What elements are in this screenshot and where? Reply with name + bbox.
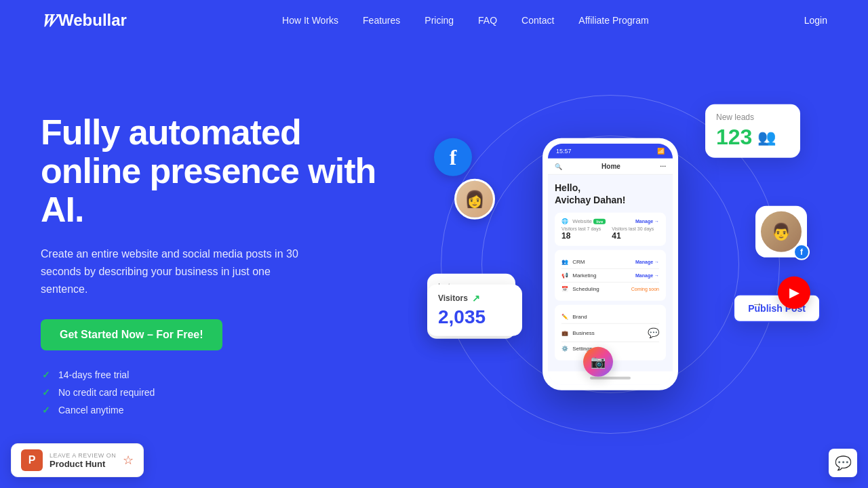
home-indicator xyxy=(590,377,631,380)
login-link[interactable]: Login xyxy=(804,15,827,26)
hero-content: Fully automated online presence with AI.… xyxy=(41,113,393,415)
ph-star-icon[interactable]: ☆ xyxy=(123,453,134,468)
product-hunt-badge[interactable]: P LEAVE A REVIEW ON Product Hunt ☆ xyxy=(11,443,144,477)
new-leads-title: New leads xyxy=(716,113,789,122)
check-icon-3: ✓ xyxy=(41,405,52,415)
status-bar: 15:57 📶 xyxy=(548,144,673,159)
brand-settings-row: ✏️ Brand 💼 Business 💬 xyxy=(555,305,666,361)
visitors-card-title: Visitors ↗ xyxy=(438,293,511,304)
nav-links: How It Works Features Pricing FAQ Contac… xyxy=(282,14,649,26)
phone-nav-bar: 🔍 Home ⋯ xyxy=(548,159,673,175)
hero-section: Fully automated online presence with AI.… xyxy=(0,41,868,488)
crm-row: 👥 CRM Manage → 📢 Marketing Mana xyxy=(555,250,666,301)
product-hunt-text: LEAVE A REVIEW ON Product Hunt xyxy=(50,452,116,469)
nav-affiliate[interactable]: Affiliate Program xyxy=(578,15,648,26)
logo-text: Webullar xyxy=(58,11,127,30)
user-avatar: 👩 xyxy=(454,179,495,220)
ph-product-hunt: Product Hunt xyxy=(50,459,116,469)
feature-checks: ✓ 14-days free trial ✓ No credit card re… xyxy=(41,369,393,415)
check-icon-1: ✓ xyxy=(41,369,52,380)
nav-pricing[interactable]: Pricing xyxy=(425,15,454,26)
logo[interactable]: 𝑊 Webullar xyxy=(41,10,127,31)
chat-button[interactable]: 💬 xyxy=(829,449,857,477)
phone-body: 15:57 📶 🔍 Home ⋯ Hello, Avichay Dahan! xyxy=(542,138,678,390)
product-hunt-logo: P xyxy=(21,449,43,471)
youtube-icon: ▶ xyxy=(789,285,799,300)
phone-screen: 15:57 📶 🔍 Home ⋯ Hello, Avichay Dahan! xyxy=(548,144,673,385)
phone-mockup: f 👩 Instagram 👩 Visitors ↗ 2,035 xyxy=(542,138,678,390)
visitors-card: Visitors ↗ 2,035 xyxy=(427,285,522,336)
leads-people-icon: 👥 xyxy=(757,128,776,146)
chat-icon-symbol: 💬 xyxy=(835,455,852,471)
visitors-number: 2,035 xyxy=(438,306,511,328)
check-card: ✓ No credit card required xyxy=(41,387,393,398)
phone-greeting: Hello, Avichay Dahan! xyxy=(555,182,666,206)
nav-faq[interactable]: FAQ xyxy=(478,15,497,26)
cta-button[interactable]: Get Started Now – For Free! xyxy=(41,319,222,350)
home-indicator-bar xyxy=(548,371,673,385)
hero-title: Fully automated online presence with AI. xyxy=(41,113,393,230)
facebook-icon: f xyxy=(450,144,457,169)
check-icon-2: ✓ xyxy=(41,387,52,398)
check-trial: ✓ 14-days free trial xyxy=(41,369,393,380)
check-cancel: ✓ Cancel anytime xyxy=(41,405,393,415)
user-fb-card: 👨 f xyxy=(755,206,807,258)
notification-icon: 💬 xyxy=(648,327,659,338)
trend-icon: ↗ xyxy=(472,293,480,304)
instagram-bubble: 📷 xyxy=(583,347,613,377)
new-leads-number: 123 xyxy=(716,125,752,150)
publish-arrow: → xyxy=(752,298,763,310)
logo-w: 𝑊 xyxy=(41,10,56,31)
facebook-bubble: f xyxy=(434,138,472,176)
nav-contact[interactable]: Contact xyxy=(521,15,554,26)
website-row: 🌐 Website live Manage → Visitors last 7 … xyxy=(555,213,666,246)
nav-how-it-works[interactable]: How It Works xyxy=(282,15,338,26)
instagram-icon: 📷 xyxy=(591,354,606,369)
new-leads-card: New leads 123 👥 xyxy=(705,104,800,158)
facebook-badge-icon: f xyxy=(793,244,810,260)
nav-features[interactable]: Features xyxy=(363,15,400,26)
phone-content: Hello, Avichay Dahan! 🌐 Website live xyxy=(548,175,673,371)
live-badge: live xyxy=(593,219,606,224)
ph-leave-review: LEAVE A REVIEW ON xyxy=(50,452,116,459)
navbar: 𝑊 Webullar How It Works Features Pricing… xyxy=(0,0,868,41)
hero-subtitle: Create an entire website and social medi… xyxy=(41,245,312,298)
hero-visual: f 👩 Instagram 👩 Visitors ↗ 2,035 xyxy=(393,41,827,488)
